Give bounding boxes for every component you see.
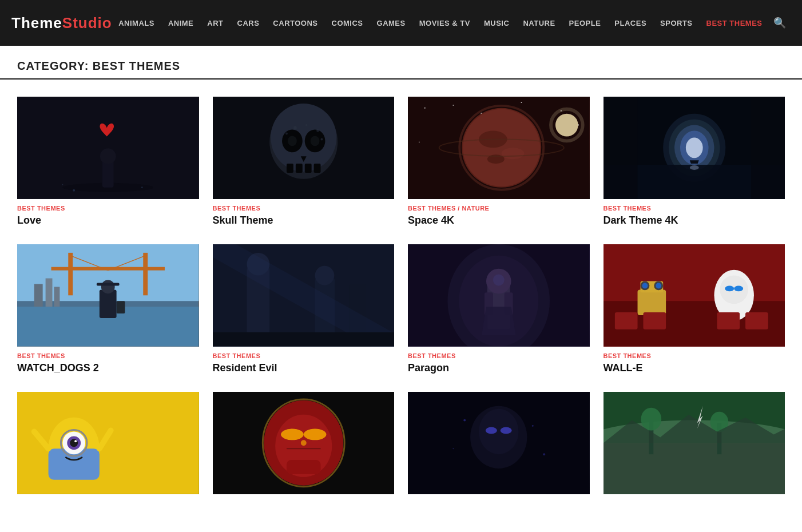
svg-point-112	[281, 428, 304, 440]
svg-rect-53	[68, 253, 73, 295]
svg-rect-49	[751, 97, 785, 199]
card-title-dark[interactable]: Dark Theme 4K	[604, 214, 785, 227]
card-category-space[interactable]: BEST THEMES / NATURE	[408, 205, 590, 212]
svg-rect-98	[745, 312, 768, 329]
card-thumb-dark2	[408, 392, 590, 494]
svg-point-125	[452, 448, 454, 449]
svg-point-24	[424, 108, 426, 109]
main-nav: ANIMALSANIMEARTCARSCARTOONSCOMICSGAMESMO…	[113, 15, 768, 31]
svg-rect-130	[604, 443, 785, 494]
svg-rect-57	[34, 284, 43, 307]
card-ironman[interactable]	[213, 392, 395, 500]
svg-point-105	[74, 440, 77, 442]
svg-rect-58	[46, 279, 53, 307]
card-thumb-skull	[213, 97, 395, 199]
nav-item-cartoons[interactable]: CARTOONS	[267, 15, 323, 31]
svg-point-21	[285, 133, 288, 135]
svg-point-120	[479, 409, 518, 454]
nav-item-people[interactable]: PEOPLE	[563, 15, 607, 31]
svg-point-123	[463, 419, 466, 422]
nav-item-nature[interactable]: NATURE	[517, 15, 561, 31]
nav-item-sports[interactable]: SPORTS	[654, 15, 698, 31]
card-paragon[interactable]: BEST THEMESParagon	[408, 244, 590, 375]
svg-point-47	[689, 165, 698, 170]
nav-item-cars[interactable]: CARS	[232, 15, 265, 31]
nav-item-movies-tv[interactable]: MOVIES & TV	[414, 15, 476, 31]
svg-rect-96	[643, 312, 666, 329]
svg-point-92	[720, 276, 748, 304]
card-title-love[interactable]: Love	[17, 214, 199, 227]
nav-item-music[interactable]: MUSIC	[478, 15, 515, 31]
svg-rect-64	[117, 301, 125, 313]
svg-point-45	[685, 137, 702, 158]
card-title-paragon[interactable]: Paragon	[408, 362, 590, 375]
svg-rect-48	[604, 97, 638, 199]
site-header: ThemeStudio ANIMALSANIMEARTCARSCARTOONSC…	[0, 0, 802, 46]
nav-item-art[interactable]: ART	[201, 15, 229, 31]
svg-point-13	[310, 136, 319, 146]
nav-item-games[interactable]: GAMES	[371, 15, 411, 31]
card-title-resident[interactable]: Resident Evil	[213, 362, 395, 375]
card-title-watchdogs[interactable]: WATCH_DOGS 2	[17, 362, 199, 375]
svg-point-22	[320, 138, 323, 140]
card-title-skull[interactable]: Skull Theme	[213, 214, 395, 227]
svg-point-18	[293, 126, 296, 130]
card-thumb-walle	[604, 244, 785, 347]
card-walle[interactable]: BEST THEMESWALL-E	[604, 244, 785, 375]
card-thumb-minions	[17, 392, 199, 494]
card-thumb-watchdogs	[17, 244, 199, 347]
card-watchdogs[interactable]: BEST THEMESWATCH_DOGS 2	[17, 244, 199, 375]
svg-point-90	[656, 283, 661, 288]
card-resident[interactable]: BEST THEMESResident Evil	[213, 244, 395, 375]
svg-rect-97	[717, 312, 740, 329]
card-thumb-paragon	[408, 244, 590, 347]
svg-point-94	[734, 285, 743, 291]
svg-point-126	[543, 453, 545, 455]
svg-rect-54	[143, 253, 148, 295]
card-dark[interactable]: BEST THEMESDark Theme 4K	[604, 97, 785, 227]
card-thumb-space	[408, 97, 590, 199]
card-grid: BEST THEMESLove BEST THEMESSkull Theme	[0, 97, 802, 517]
svg-point-34	[502, 148, 525, 159]
card-category-watchdogs[interactable]: BEST THEMES	[17, 352, 199, 359]
svg-point-27	[521, 102, 522, 103]
card-thumb-resident	[213, 244, 395, 347]
svg-point-93	[725, 285, 734, 291]
nav-item-places[interactable]: PLACES	[609, 15, 652, 31]
nav-item-comics[interactable]: COMICS	[326, 15, 369, 31]
svg-point-62	[101, 280, 115, 293]
card-category-dark[interactable]: BEST THEMES	[604, 205, 785, 212]
svg-point-19	[305, 124, 307, 126]
card-category-paragon[interactable]: BEST THEMES	[408, 352, 590, 359]
search-button[interactable]: 🔍	[769, 13, 791, 33]
site-logo[interactable]: ThemeStudio	[11, 14, 112, 32]
svg-point-124	[532, 425, 534, 427]
svg-point-38	[555, 114, 578, 137]
svg-point-104	[70, 439, 78, 447]
card-thumb-ironman	[213, 392, 395, 494]
nav-item-anime[interactable]: ANIME	[162, 15, 199, 31]
svg-rect-114	[286, 460, 320, 474]
card-title-walle[interactable]: WALL-E	[604, 362, 785, 375]
card-dark2[interactable]	[408, 392, 590, 500]
svg-point-113	[303, 428, 326, 440]
svg-rect-17	[313, 164, 320, 173]
card-nomans[interactable]	[604, 392, 785, 500]
nav-item-animals[interactable]: ANIMALS	[113, 15, 160, 31]
card-category-resident[interactable]: BEST THEMES	[213, 352, 395, 359]
card-love[interactable]: BEST THEMESLove	[17, 97, 199, 227]
card-space[interactable]: BEST THEMES / NATURESpace 4K	[408, 97, 590, 227]
svg-rect-85	[637, 289, 666, 315]
svg-point-4	[73, 189, 75, 192]
card-category-walle[interactable]: BEST THEMES	[604, 352, 785, 359]
card-category-love[interactable]: BEST THEMES	[17, 205, 199, 212]
card-skull[interactable]: BEST THEMESSkull Theme	[213, 97, 395, 227]
svg-point-6	[62, 184, 63, 185]
card-category-skull[interactable]: BEST THEMES	[213, 205, 395, 212]
nav-item-best-themes[interactable]: BEST THEMES	[701, 15, 768, 31]
svg-rect-61	[100, 289, 117, 318]
card-minions[interactable]	[17, 392, 199, 500]
card-title-space[interactable]: Space 4K	[408, 214, 590, 227]
svg-point-12	[287, 136, 296, 146]
page-title-bar: CATEGORY: BEST THEMES	[0, 46, 802, 80]
